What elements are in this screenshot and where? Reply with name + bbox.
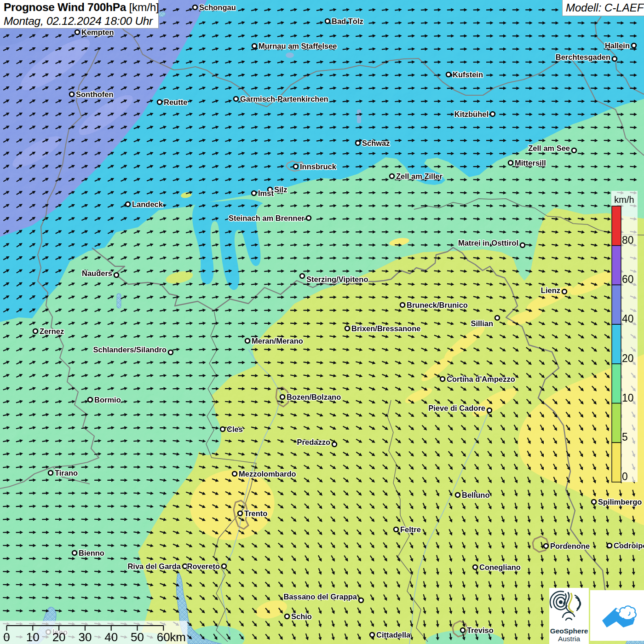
city-label: Sillian bbox=[471, 319, 493, 328]
city-marker bbox=[306, 216, 311, 220]
city-label: Mezzolombardo bbox=[239, 470, 296, 478]
city-marker bbox=[72, 551, 77, 555]
city-label: Conegliano bbox=[479, 563, 521, 571]
city-marker bbox=[473, 565, 477, 569]
legend-swatch bbox=[612, 443, 621, 482]
scale-bar: 0102030405060km bbox=[0, 621, 188, 644]
city-pieve-di-cadore: Pieve di Cadore bbox=[428, 404, 492, 413]
city-label: Pordenone bbox=[550, 542, 590, 550]
city-marker bbox=[183, 564, 187, 569]
city-conegliano: Conegliano bbox=[473, 563, 521, 571]
legend-value: 40 bbox=[622, 313, 634, 325]
city-marker bbox=[193, 5, 197, 10]
city-marker bbox=[487, 408, 492, 413]
city-label: Silz bbox=[274, 185, 287, 194]
map-datetime: Montag, 02.12.2024 18:00 Uhr bbox=[4, 15, 158, 27]
city-spilimbergo: Spilimbergo bbox=[592, 498, 642, 506]
city-cortina-d-ampezzo: Cortina d'Ampezzo bbox=[440, 375, 515, 383]
legend-swatch bbox=[612, 246, 621, 285]
city-marker bbox=[508, 161, 513, 165]
scale-unit-label: km bbox=[170, 630, 186, 644]
legend-value: 80 bbox=[622, 234, 634, 246]
city-label: Sterzing/Vipiteno bbox=[306, 275, 368, 283]
city-marker bbox=[632, 43, 636, 48]
city-label: Zell am See bbox=[528, 144, 570, 152]
city-label: Pieve di Cadore bbox=[428, 404, 485, 412]
city-label: Sonthofen bbox=[76, 90, 114, 98]
city-marker bbox=[114, 273, 119, 277]
city-label: Steinach am Brenner bbox=[229, 214, 305, 222]
scale-tick-label: 50 bbox=[131, 630, 144, 644]
city-label: Schlanders/Silandro bbox=[93, 345, 167, 354]
legend-swatch bbox=[612, 364, 621, 403]
city-label: Kempten bbox=[81, 28, 114, 36]
title-parameter: Prognose Wind 700hPa bbox=[4, 1, 126, 13]
city-label: Garmisch-Partenkirchen bbox=[240, 95, 328, 103]
city-marker bbox=[245, 339, 250, 343]
city-label: Bormio bbox=[94, 396, 121, 404]
city-marker bbox=[572, 148, 576, 153]
city-label: Brixen/Bressanone bbox=[351, 324, 420, 333]
legend-value: 5 bbox=[622, 431, 628, 443]
city-riva-del-garda: Riva del Garda bbox=[127, 562, 187, 570]
city-schongau: Schongau bbox=[193, 3, 236, 12]
weather-map-app: SchongauBad TölzKemptenMurnau am Staffel… bbox=[0, 0, 644, 644]
city-marker bbox=[88, 397, 92, 402]
city-marker bbox=[285, 614, 289, 619]
city-marker bbox=[460, 628, 465, 632]
city-label: Matrei in Osttirol bbox=[458, 239, 518, 247]
city-label: Predazzo bbox=[297, 438, 330, 446]
city-label: Meran/Merano bbox=[252, 337, 303, 345]
city-label: Cittadella bbox=[376, 631, 411, 639]
geosphere-logo-box: GeoSphere Austria bbox=[549, 588, 589, 644]
city-label: Mittersill bbox=[515, 159, 546, 167]
city-matrei-in-osttirol: Matrei in Osttirol bbox=[458, 239, 525, 247]
city-garmisch-partenkirchen: Garmisch-Partenkirchen bbox=[234, 95, 328, 103]
city-marker bbox=[157, 100, 162, 104]
city-marker bbox=[75, 30, 80, 34]
city-label: Nauders bbox=[82, 269, 112, 277]
city-marker bbox=[232, 472, 237, 476]
city-label: Schongau bbox=[199, 3, 236, 12]
city-label: Zernez bbox=[40, 327, 64, 335]
city-marker bbox=[280, 395, 285, 399]
city-innsbruck: Innsbruck bbox=[293, 162, 336, 171]
city-marker bbox=[325, 19, 330, 23]
city-zell-am-ziller: Zell am Ziller bbox=[390, 172, 443, 180]
city-cittadella: Cittadella bbox=[370, 631, 411, 639]
city-label: Spilimbergo bbox=[598, 498, 642, 506]
city-label: Schwaz bbox=[362, 139, 390, 147]
city-marker bbox=[252, 191, 256, 196]
city-marker bbox=[48, 471, 53, 475]
legend: km/h 806040201050 bbox=[611, 191, 638, 483]
city-marker bbox=[345, 326, 350, 331]
city-label: Murnau am Staffelsee bbox=[259, 42, 337, 50]
city-label: Imst bbox=[258, 189, 274, 197]
city-label: Bassano del Grappa bbox=[283, 592, 357, 601]
city-label: Hallein bbox=[605, 41, 630, 50]
city-marker bbox=[394, 527, 398, 532]
title-box: Prognose Wind 700hPa [km/h] Montag, 02.1… bbox=[0, 0, 159, 29]
city-label: Bozen/Bolzano bbox=[287, 393, 341, 401]
city-marker bbox=[562, 289, 567, 294]
legend-value: 60 bbox=[622, 273, 634, 285]
city-mezzolombardo: Mezzolombardo bbox=[232, 470, 296, 478]
city-label: Riva del Garda bbox=[127, 562, 181, 570]
city-label: Kitzbühel bbox=[454, 110, 489, 118]
city-marker bbox=[520, 243, 525, 247]
city-label: Trento bbox=[244, 509, 267, 518]
model-box: Modell: C-LAEF bbox=[562, 0, 644, 16]
city-marker bbox=[390, 174, 394, 178]
title-unit: [km/h] bbox=[126, 1, 159, 13]
city-steinach-am-brenner: Steinach am Brenner bbox=[229, 214, 311, 222]
geosphere-country: Austria bbox=[549, 635, 589, 643]
legend-swatch bbox=[612, 285, 621, 324]
model-label: Modell: C-LAEF bbox=[563, 0, 644, 16]
city-marker bbox=[234, 97, 238, 101]
city-marker bbox=[356, 141, 360, 145]
city-murnau-am-staffelsee: Murnau am Staffelsee bbox=[252, 42, 337, 50]
city-label: Rovereto bbox=[187, 562, 220, 570]
city-marker bbox=[252, 44, 257, 48]
city-zell-am-see: Zell am See bbox=[528, 144, 576, 153]
city-label: Kufstein bbox=[453, 70, 483, 79]
